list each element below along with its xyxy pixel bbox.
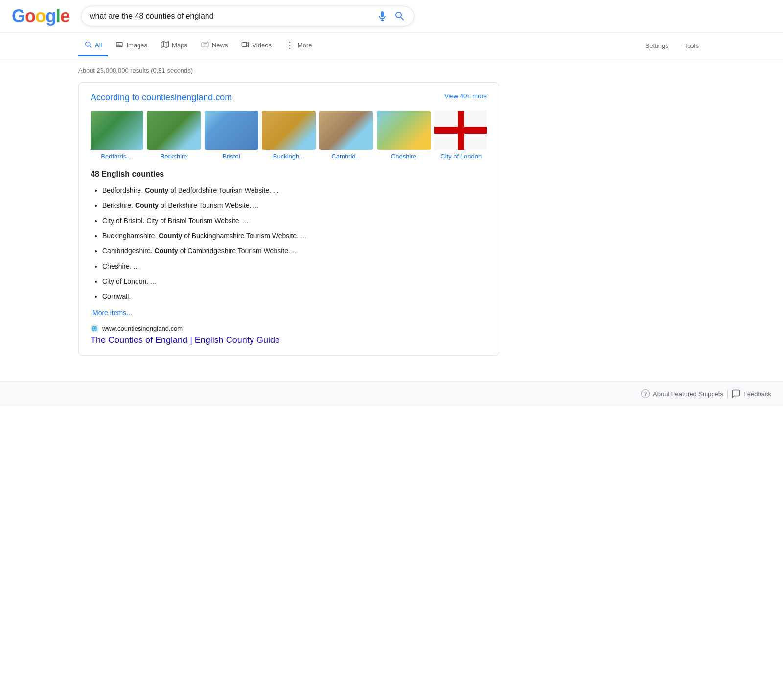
county-label-cheshire[interactable]: Cheshire	[391, 153, 416, 160]
tab-videos-label: Videos	[252, 42, 272, 49]
maps-icon	[161, 41, 169, 50]
snippet-title[interactable]: According to countiesinengland.com	[91, 92, 232, 103]
nav-tabs: All Images Maps News Videos ⋮ More Setti…	[0, 33, 783, 59]
county-img-bristol	[205, 111, 258, 150]
county-label-cambridgeshire[interactable]: Cambrid...	[331, 153, 361, 160]
county-item-berkshire[interactable]: Berkshire	[148, 111, 199, 160]
list-item: Berkshire. County of Berkshire Tourism W…	[102, 201, 487, 211]
tab-news[interactable]: News	[195, 36, 234, 56]
counties-images: Bedfords... Berkshire Bristol Buckingh..…	[91, 111, 487, 160]
counties-list: Bedfordshire. County of Bedfordshire Tou…	[91, 185, 487, 302]
list-item: Bedfordshire. County of Bedfordshire Tou…	[102, 185, 487, 196]
about-snippets[interactable]: ? About Featured Snippets	[641, 389, 723, 398]
county-label-buckinghamshire[interactable]: Buckingh...	[273, 153, 304, 160]
counties-list-heading: 48 English counties	[91, 170, 487, 179]
snippet-header: According to countiesinengland.com View …	[91, 92, 487, 103]
county-label-berkshire[interactable]: Berkshire	[161, 153, 187, 160]
source-row: 🌐 www.countiesinengland.com	[91, 324, 487, 332]
google-logo[interactable]: Google	[12, 6, 69, 26]
feedback-button[interactable]: Feedback	[732, 389, 771, 398]
images-icon	[115, 41, 123, 50]
videos-icon	[241, 41, 249, 50]
county-item-cityoflondon[interactable]: City of London	[436, 111, 487, 160]
tools-link[interactable]: Tools	[678, 37, 705, 54]
county-img-cambridgeshire	[319, 111, 373, 150]
list-item: Buckinghamshire. County of Buckinghamshi…	[102, 231, 487, 241]
footer-divider	[727, 390, 728, 398]
search-icon[interactable]	[394, 10, 406, 22]
svg-point-4	[118, 44, 119, 45]
county-item-buckinghamshire[interactable]: Buckingh...	[263, 111, 314, 160]
county-img-cheshire	[377, 111, 431, 150]
tab-images-label: Images	[126, 42, 147, 49]
tab-images[interactable]: Images	[110, 36, 153, 56]
list-item: City of Bristol. City of Bristol Tourism…	[102, 216, 487, 226]
search-icons	[376, 10, 406, 22]
settings-link[interactable]: Settings	[640, 37, 674, 54]
county-item-bedfordshire[interactable]: Bedfords...	[91, 111, 142, 160]
mic-icon[interactable]	[376, 10, 388, 22]
snippet-card: According to countiesinengland.com View …	[78, 82, 499, 356]
news-icon	[201, 41, 209, 50]
list-item: Cambridgeshire. County of Cambridgeshire…	[102, 246, 487, 256]
county-label-bedfordshire[interactable]: Bedfords...	[101, 153, 132, 160]
county-label-cityoflondon[interactable]: City of London	[440, 153, 482, 160]
list-item: Cheshire. ...	[102, 261, 487, 271]
svg-line-2	[90, 46, 91, 47]
info-icon: ?	[641, 389, 650, 398]
all-icon	[84, 41, 92, 50]
list-item: City of London. ...	[102, 276, 487, 287]
county-img-berkshire	[147, 111, 201, 150]
tab-news-label: News	[212, 42, 228, 49]
results-area: About 23.000.000 results (0,81 seconds) …	[0, 59, 783, 361]
source-url: www.countiesinengland.com	[102, 325, 183, 332]
search-bar	[81, 6, 414, 26]
svg-rect-12	[242, 42, 247, 46]
county-img-buckinghamshire	[262, 111, 316, 150]
about-snippets-label: About Featured Snippets	[653, 390, 723, 398]
county-item-cambridgeshire[interactable]: Cambrid...	[321, 111, 372, 160]
result-link[interactable]: The Counties of England | English County…	[91, 335, 280, 345]
svg-marker-5	[161, 41, 169, 47]
feedback-icon	[732, 389, 740, 398]
tab-maps-label: Maps	[172, 42, 187, 49]
tab-maps[interactable]: Maps	[155, 36, 193, 56]
view-more-link[interactable]: View 40+ more	[444, 92, 487, 100]
county-label-bristol[interactable]: Bristol	[222, 153, 240, 160]
search-input[interactable]	[90, 12, 372, 21]
tab-all[interactable]: All	[78, 36, 108, 56]
county-img-bedfordshire	[91, 111, 143, 150]
footer: ? About Featured Snippets Feedback	[0, 381, 783, 406]
feedback-label: Feedback	[743, 390, 771, 398]
results-count: About 23.000.000 results (0,81 seconds)	[78, 65, 705, 74]
county-item-bristol[interactable]: Bristol	[206, 111, 257, 160]
list-item: Cornwall.	[102, 292, 487, 302]
tab-videos[interactable]: Videos	[235, 36, 277, 56]
county-img-cityoflondon	[434, 111, 487, 150]
tab-more[interactable]: ⋮ More	[279, 35, 318, 57]
tab-more-label: More	[298, 42, 312, 49]
more-icon: ⋮	[285, 40, 295, 50]
source-favicon: 🌐	[91, 324, 98, 332]
county-item-cheshire[interactable]: Cheshire	[378, 111, 429, 160]
tab-all-label: All	[95, 42, 102, 49]
nav-right-actions: Settings Tools	[640, 37, 705, 54]
header: Google	[0, 0, 783, 33]
more-items-link[interactable]: More items...	[92, 309, 132, 316]
svg-rect-16	[434, 127, 487, 134]
